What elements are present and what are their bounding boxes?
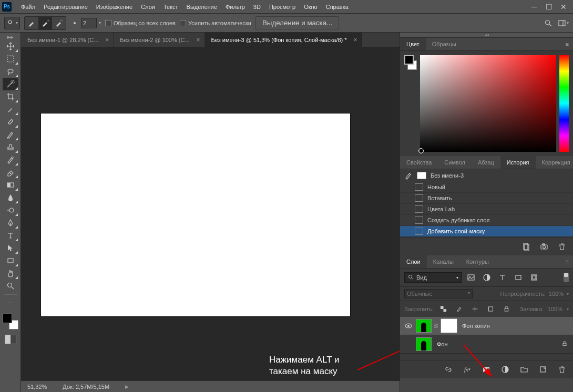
- minimize-button[interactable]: ─: [527, 2, 541, 12]
- lock-image-button[interactable]: [454, 303, 465, 315]
- panel-tab-символ[interactable]: Символ: [438, 156, 472, 169]
- new-selection-button[interactable]: [25, 17, 38, 29]
- filter-pixel-button[interactable]: [465, 272, 477, 283]
- filter-adjustment-button[interactable]: [481, 272, 493, 283]
- panel-collapse-button[interactable]: ◂◂: [400, 33, 573, 38]
- brush-size-field[interactable]: ▾: [70, 18, 101, 28]
- layer-visibility-toggle[interactable]: [403, 321, 414, 331]
- panel-tab-свойства[interactable]: Свойства: [400, 156, 438, 169]
- menu-выделение[interactable]: Выделение: [182, 2, 221, 12]
- delete-layer-button[interactable]: [556, 364, 568, 375]
- dodge-tool[interactable]: [3, 204, 18, 216]
- lock-all-button[interactable]: [501, 303, 513, 315]
- close-button[interactable]: ✕: [556, 2, 571, 12]
- layer-thumbnail[interactable]: [416, 319, 432, 333]
- hand-tool[interactable]: [3, 267, 18, 280]
- filter-shape-button[interactable]: [513, 272, 524, 283]
- fill-value[interactable]: 100%: [548, 306, 562, 312]
- history-item[interactable]: Вставить: [400, 193, 573, 204]
- new-layer-button[interactable]: [537, 364, 549, 375]
- rectangle-tool[interactable]: [3, 254, 18, 267]
- menu-справка[interactable]: Справка: [322, 2, 353, 12]
- menu-изображение[interactable]: Изображение: [92, 2, 137, 12]
- menu-фильтр[interactable]: Фильтр: [221, 2, 249, 12]
- blend-mode-select[interactable]: Обычные ▾: [404, 289, 473, 298]
- workspace-button[interactable]: ▾: [557, 17, 569, 29]
- toolbar-collapse-button[interactable]: ▸▸: [0, 34, 21, 40]
- path-selection-tool[interactable]: [3, 242, 18, 254]
- panel-tab-каналы[interactable]: Каналы: [427, 255, 460, 268]
- create-snapshot-button[interactable]: [538, 241, 550, 252]
- eyedropper-tool[interactable]: [3, 103, 18, 116]
- color-fg-bg-swatch[interactable]: [404, 55, 417, 70]
- layer-item[interactable]: ⛓Фон копия: [400, 317, 573, 335]
- layer-lock-icon[interactable]: [561, 339, 570, 349]
- tab-close-button[interactable]: ×: [197, 36, 200, 44]
- pen-tool[interactable]: [3, 216, 18, 229]
- layer-thumbnail[interactable]: [416, 337, 432, 351]
- gradient-tool[interactable]: [3, 179, 18, 191]
- quick-selection-tool[interactable]: [3, 78, 18, 90]
- tab-close-button[interactable]: ×: [105, 36, 109, 44]
- new-adjustment-button[interactable]: [499, 364, 511, 375]
- canvas[interactable]: [41, 114, 350, 316]
- hue-slider[interactable]: [559, 55, 569, 152]
- document-tab[interactable]: Без имени-1 @ 28,2% (С...×: [21, 33, 114, 47]
- panel-tab-коррекция[interactable]: Коррекция: [536, 156, 573, 169]
- menu-редактирование[interactable]: Редактирование: [39, 2, 92, 12]
- brush-size-input[interactable]: [81, 18, 97, 28]
- brush-tool[interactable]: [3, 128, 18, 141]
- lasso-tool[interactable]: [3, 65, 18, 78]
- layer-mask-link-icon[interactable]: ⛓: [434, 323, 439, 328]
- panel-tab-история[interactable]: История: [500, 156, 536, 169]
- foreground-color-chip[interactable]: [404, 55, 414, 65]
- quick-mask-toggle[interactable]: [5, 335, 16, 344]
- zoom-level[interactable]: 51,32%: [27, 384, 47, 390]
- marquee-tool[interactable]: [3, 53, 18, 65]
- lock-transparent-button[interactable]: [438, 303, 449, 315]
- document-tab[interactable]: Без имени-2 @ 100% (С...×: [114, 33, 204, 47]
- layer-name[interactable]: Фон копия: [462, 323, 490, 329]
- menu-файл[interactable]: Файл: [17, 2, 39, 12]
- panel-tab-цвет[interactable]: Цвет: [400, 38, 426, 50]
- history-item[interactable]: Создать дубликат слоя: [400, 215, 573, 226]
- menu-окно[interactable]: Окно: [300, 2, 322, 12]
- tab-close-button[interactable]: ×: [354, 36, 357, 44]
- zoom-tool[interactable]: [3, 280, 18, 292]
- clone-stamp-tool[interactable]: [3, 141, 18, 153]
- layer-mask-thumbnail[interactable]: [441, 319, 457, 333]
- type-tool[interactable]: [3, 229, 18, 242]
- history-item[interactable]: Цвета Lab: [400, 204, 573, 215]
- panel-tab-абзац[interactable]: Абзац: [472, 156, 500, 169]
- color-swatches[interactable]: [3, 314, 18, 329]
- maximize-button[interactable]: ☐: [541, 2, 556, 12]
- search-button[interactable]: [543, 17, 554, 29]
- move-tool[interactable]: [3, 40, 18, 53]
- layer-visibility-toggle[interactable]: [403, 339, 414, 349]
- layer-item[interactable]: Фон: [400, 335, 573, 354]
- eraser-tool[interactable]: [3, 166, 18, 179]
- healing-brush-tool[interactable]: [3, 116, 18, 128]
- lock-position-button[interactable]: [469, 303, 481, 315]
- menu-текст[interactable]: Текст: [159, 2, 182, 12]
- add-mask-button[interactable]: [480, 364, 492, 375]
- crop-tool[interactable]: [3, 90, 18, 103]
- lock-artboard-button[interactable]: [485, 303, 497, 315]
- filter-smart-button[interactable]: [528, 272, 540, 283]
- subtract-selection-button[interactable]: −: [52, 17, 66, 29]
- filter-type-button[interactable]: [497, 272, 508, 283]
- select-and-mask-button[interactable]: Выделение и маска...: [255, 16, 339, 29]
- sample-all-layers-checkbox[interactable]: Образец со всех слоев: [105, 20, 176, 26]
- panel-menu-button[interactable]: ≡: [561, 256, 573, 267]
- link-layers-button[interactable]: [443, 364, 454, 375]
- color-field[interactable]: [420, 55, 556, 152]
- delete-state-button[interactable]: [556, 241, 568, 252]
- history-brush-tool[interactable]: [3, 153, 18, 166]
- menu-просмотр[interactable]: Просмотр: [265, 2, 300, 12]
- panel-tab-контуры[interactable]: Контуры: [460, 255, 495, 268]
- menu-слои[interactable]: Слои: [137, 2, 159, 12]
- foreground-color-swatch[interactable]: [3, 314, 12, 323]
- blur-tool[interactable]: [3, 191, 18, 204]
- new-group-button[interactable]: [518, 364, 530, 375]
- doc-size[interactable]: Док: 2,57M/5,15M: [63, 384, 109, 390]
